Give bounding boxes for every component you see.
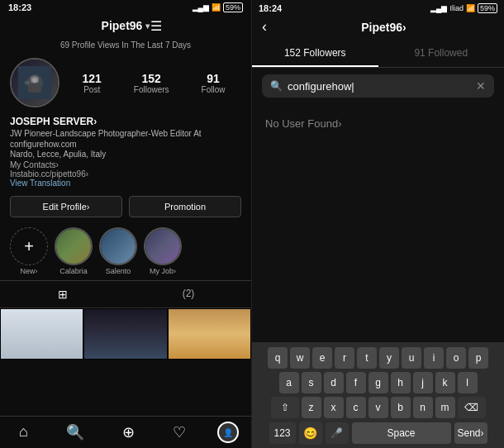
heart-nav-icon[interactable]: ♡: [166, 422, 193, 443]
time-right: 18:24: [259, 3, 282, 13]
send-key[interactable]: Send›: [454, 422, 487, 444]
grid-tab[interactable]: ⊞: [0, 281, 126, 307]
key-z[interactable]: z: [302, 397, 321, 418]
count-tab[interactable]: (2): [126, 281, 251, 307]
search-input[interactable]: configurehow|: [288, 80, 471, 93]
story-circle-calabria[interactable]: [55, 227, 93, 265]
profile-bio: JW Pioneer-Landscape Photographer-Web Ed…: [10, 128, 241, 150]
key-h[interactable]: h: [391, 372, 411, 393]
add-nav-icon[interactable]: ⊕: [116, 422, 141, 443]
signal-icon-right: ▂▄▆: [430, 4, 447, 12]
key-u[interactable]: u: [402, 347, 421, 369]
view-translation-button[interactable]: View Translation: [10, 179, 241, 188]
mic-key[interactable]: 🎤: [326, 422, 349, 444]
edit-profile-button[interactable]: Edit Profile›: [10, 196, 122, 217]
key-l[interactable]: l: [458, 372, 478, 393]
story-add-item[interactable]: + New›: [10, 227, 48, 275]
search-icon: 🔍: [270, 80, 283, 92]
shift-key[interactable]: ⇧: [271, 397, 299, 418]
space-key[interactable]: Space: [352, 422, 451, 444]
backspace-key[interactable]: ⌫: [458, 397, 486, 418]
stat-followers[interactable]: 152 Followers: [134, 72, 169, 94]
back-button[interactable]: ‹: [262, 18, 267, 36]
key-j[interactable]: j: [413, 372, 433, 393]
key-d[interactable]: d: [324, 372, 344, 393]
story-label-calabria: Calabria: [59, 267, 88, 275]
profile-info: JOSEPH SERVER› JW Pioneer-Landscape Phot…: [0, 114, 251, 191]
key-k[interactable]: k: [435, 372, 455, 393]
key-a[interactable]: a: [279, 372, 299, 393]
key-x[interactable]: x: [324, 397, 344, 418]
emoji-key[interactable]: 😊: [299, 422, 322, 445]
key-g[interactable]: g: [368, 372, 388, 393]
keyboard-row-3: ⇧ z x c v b n m ⌫: [254, 397, 502, 418]
virtual-keyboard: q w e r t y u i o p a s d f g h j k l ⇧ …: [252, 342, 504, 448]
battery-icon-right: 59%: [478, 3, 497, 13]
photo-cell-3[interactable]: [168, 308, 251, 360]
right-panel: 18:24 ▂▄▆ Iliad 📶 59% ‹ Pipet96› 152 Fol…: [252, 0, 504, 448]
key-n[interactable]: n: [413, 397, 433, 418]
photos-grid: [0, 308, 251, 416]
home-nav-icon[interactable]: ⌂: [12, 422, 35, 443]
avatar[interactable]: [10, 58, 59, 107]
search-nav-icon[interactable]: 🔍: [59, 422, 91, 443]
story-label-myjob: My Job›: [150, 267, 176, 275]
key-y[interactable]: y: [379, 347, 399, 369]
search-clear-button[interactable]: ✕: [476, 79, 486, 93]
profile-views-text: 69 Profile Views In The Last 7 Days: [0, 39, 251, 55]
add-story-button[interactable]: +: [10, 227, 48, 265]
key-m[interactable]: m: [435, 397, 455, 418]
profile-nav-avatar[interactable]: 👤: [217, 422, 239, 443]
key-p[interactable]: p: [468, 347, 488, 369]
profile-location: Nardo, Lecce, Apulia, Italy: [10, 150, 241, 159]
profile-name: JOSEPH SERVER›: [10, 116, 241, 127]
left-header: Pipet96 ▾ ☰: [0, 12, 251, 39]
key-s[interactable]: s: [302, 372, 321, 393]
key-o[interactable]: o: [446, 347, 466, 369]
promotion-button[interactable]: Promotion: [129, 196, 241, 217]
bottom-nav: ⌂ 🔍 ⊕ ♡ 👤: [0, 416, 251, 448]
story-circle-myjob[interactable]: [144, 227, 182, 265]
story-myjob[interactable]: My Job›: [144, 227, 182, 275]
key-r[interactable]: r: [335, 347, 354, 369]
left-panel: 18:23 ▂▄▆ 📶 59% Pipet96 ▾ ☰ 69 Profile V…: [0, 0, 252, 448]
svg-rect-2: [28, 84, 41, 93]
svg-rect-4: [25, 81, 30, 84]
profile-contacts[interactable]: My Contacts›: [10, 160, 241, 169]
story-circle-salento[interactable]: [99, 227, 137, 265]
story-label-salento: Salento: [106, 267, 131, 275]
stats-container: 121 Post 152 Followers 91 Follow: [66, 72, 241, 94]
key-v[interactable]: v: [368, 397, 388, 418]
svg-point-6: [32, 78, 37, 83]
story-calabria[interactable]: Calabria: [55, 227, 93, 275]
profile-username-header[interactable]: Pipet96 ▾: [102, 19, 150, 32]
hamburger-menu-button[interactable]: ☰: [150, 18, 162, 34]
action-buttons: Edit Profile› Promotion: [0, 191, 251, 222]
profile-link[interactable]: Instabio.cc/pipetto96›: [10, 169, 241, 179]
followed-tab[interactable]: 91 Followed: [378, 41, 505, 67]
carrier-text: Iliad: [449, 4, 464, 12]
story-salento[interactable]: Salento: [99, 227, 137, 275]
key-i[interactable]: i: [424, 347, 444, 369]
right-username: Pipet96›: [273, 21, 494, 34]
keyboard-row-1: q w e r t y u i o p: [254, 347, 502, 369]
no-user-found-text: No User Found›: [252, 104, 504, 143]
stat-follow[interactable]: 91 Follow: [202, 72, 226, 94]
right-header: ‹ Pipet96›: [252, 13, 504, 41]
followers-tab[interactable]: 152 Followers: [252, 41, 378, 67]
signal-icon: ▂▄▆: [193, 3, 209, 12]
profile-stats-row: 121 Post 152 Followers 91 Follow: [0, 55, 251, 114]
key-t[interactable]: t: [357, 347, 377, 369]
stories-row: + New› Calabria Salento My Job›: [0, 222, 251, 280]
photo-cell-1[interactable]: [0, 308, 83, 360]
key-w[interactable]: w: [290, 347, 310, 369]
search-bar[interactable]: 🔍 configurehow| ✕: [262, 74, 494, 98]
key-q[interactable]: q: [268, 347, 288, 369]
numbers-key[interactable]: 123: [269, 422, 296, 444]
key-f[interactable]: f: [346, 372, 366, 393]
photo-cell-2[interactable]: [83, 308, 167, 360]
key-b[interactable]: b: [391, 397, 411, 418]
key-c[interactable]: c: [346, 397, 366, 418]
key-e[interactable]: e: [312, 347, 332, 369]
keyboard-row-2: a s d f g h j k l: [254, 372, 502, 393]
